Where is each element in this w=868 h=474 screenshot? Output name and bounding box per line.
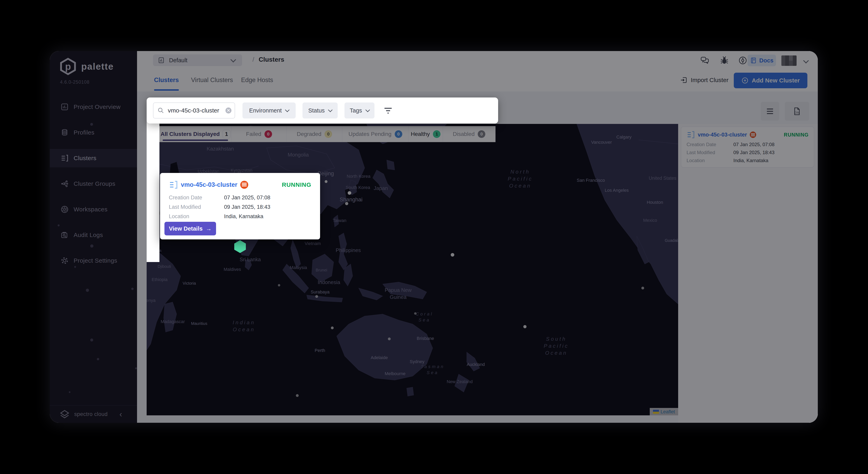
clear-search-button[interactable]: ✕ <box>225 108 231 114</box>
cluster-map-popup: vmo-45c-03-cluster RUNNING Creation Date… <box>160 173 320 239</box>
detail-row: Last Modified 09 Jan 2025, 18:43 <box>169 204 311 210</box>
filter-dropdown[interactable]: Environment <box>243 102 296 119</box>
chevron-down-icon <box>285 108 290 112</box>
detail-row: Location India, Karnataka <box>169 213 311 219</box>
desktop-background: p palette 4.6.0-250108 Project Overview … <box>0 0 868 474</box>
view-details-label: View Details <box>169 226 203 232</box>
detail-label: Last Modified <box>169 204 224 210</box>
detail-value: 09 Jan 2025, 18:43 <box>224 204 270 210</box>
filter-dropdown[interactable]: Status <box>303 102 338 119</box>
app-window: p palette 4.6.0-250108 Project Overview … <box>50 51 818 423</box>
cluster-status-badge: RUNNING <box>282 181 311 188</box>
view-details-button[interactable]: View Details → <box>164 222 216 235</box>
arrow-right-icon: → <box>206 226 212 232</box>
cluster-search-input[interactable]: vmo-45c-03-cluster ✕ <box>153 102 235 119</box>
filter-dropdown-label: Status <box>308 107 325 114</box>
detail-label: Creation Date <box>169 195 224 201</box>
search-icon <box>157 107 164 114</box>
filter-dropdown[interactable]: Tags <box>344 102 374 119</box>
cluster-icon <box>169 180 178 189</box>
chevron-down-icon <box>328 108 333 112</box>
detail-row: Creation Date 07 Jan 2025, 07:08 <box>169 195 311 201</box>
detail-value: 07 Jan 2025, 07:08 <box>224 195 270 201</box>
search-value: vmo-45c-03-cluster <box>168 107 219 114</box>
detail-value: India, Karnataka <box>224 213 264 219</box>
chevron-down-icon <box>365 108 370 112</box>
search-toolbar: vmo-45c-03-cluster ✕ Environment Status … <box>147 97 498 123</box>
filter-dropdown-label: Tags <box>350 107 362 114</box>
cluster-name-link[interactable]: vmo-45c-03-cluster <box>181 181 238 188</box>
popup-details: Creation Date 07 Jan 2025, 07:08 Last Mo… <box>169 195 311 219</box>
detail-label: Location <box>169 213 224 219</box>
popup-header: vmo-45c-03-cluster RUNNING <box>169 180 311 189</box>
filter-dropdown-label: Environment <box>249 107 282 114</box>
spotlight-strip <box>147 121 159 262</box>
cloud-type-badge-icon <box>240 181 248 189</box>
filter-funnel-button[interactable] <box>383 107 393 115</box>
